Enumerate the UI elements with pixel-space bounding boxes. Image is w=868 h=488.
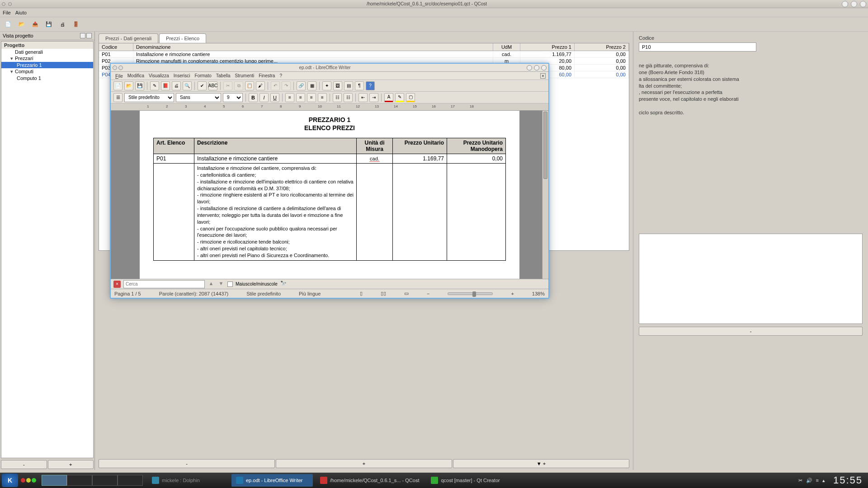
exit-icon[interactable]: 🚪: [71, 19, 81, 30]
lo-maximize-button[interactable]: [534, 65, 539, 70]
lo-styles-icon[interactable]: ☰: [113, 93, 123, 102]
pager-desktop-4[interactable]: [118, 475, 143, 486]
lo-page[interactable]: PREZZARIO 1 ELENCO PREZZI Art. Elenco De…: [140, 111, 519, 279]
tree-item-computi[interactable]: ▾Computi: [1, 68, 93, 75]
lo-titlebar[interactable]: ep.odt - LibreOffice Writer: [111, 64, 548, 72]
td-desc-head[interactable]: Installazione e rimozione cantiere: [194, 154, 357, 164]
td-pum[interactable]: 0,00: [447, 154, 506, 164]
lo-menu-tabella[interactable]: Tabella: [216, 73, 231, 78]
lo-menu-file[interactable]: File: [115, 73, 123, 79]
kde-start-button[interactable]: K: [2, 474, 18, 487]
pager-desktop-1[interactable]: [42, 475, 67, 486]
lo-autocheck-icon[interactable]: ABC: [208, 81, 217, 90]
window-close-button[interactable]: [860, 1, 866, 7]
lo-view-multi-icon[interactable]: ▯▯: [381, 291, 386, 296]
td-desc-body[interactable]: Installazione e rimozione del cantiere, …: [194, 164, 357, 261]
tree-root[interactable]: Progetto: [1, 42, 93, 49]
lo-find-all-icon[interactable]: 🔭: [280, 281, 288, 288]
tray-clipboard-icon[interactable]: ✂: [798, 478, 802, 483]
window-minimize-button[interactable]: [842, 1, 848, 7]
lo-style-select[interactable]: Stile predefinito: [124, 93, 174, 102]
lo-bold-icon[interactable]: B: [249, 93, 258, 102]
lo-spellcheck-icon[interactable]: ✔: [198, 81, 207, 90]
print-icon[interactable]: 🖨: [57, 19, 68, 30]
lo-align-right-icon[interactable]: ≡: [307, 93, 316, 102]
lo-view-book-icon[interactable]: ▭: [404, 291, 409, 296]
lo-find-close-button[interactable]: ×: [113, 281, 121, 288]
lo-close-doc-button[interactable]: ×: [540, 73, 546, 79]
lo-copy-icon[interactable]: ⧉: [234, 81, 243, 90]
lo-status-page[interactable]: Pagina 1 / 5: [114, 291, 141, 296]
lo-align-center-icon[interactable]: ≡: [296, 93, 305, 102]
td-art-empty[interactable]: [154, 164, 194, 261]
menu-file[interactable]: File: [3, 10, 11, 15]
lo-preview-icon[interactable]: 🔍: [183, 81, 192, 90]
lo-help-icon[interactable]: ?: [366, 81, 375, 90]
lo-font-select[interactable]: Sans: [176, 93, 221, 102]
td-udm[interactable]: cad.: [357, 154, 393, 164]
lo-menu-finestra[interactable]: Finestra: [259, 73, 275, 78]
lo-edit-icon[interactable]: ✎: [150, 81, 159, 90]
tray-network-icon[interactable]: ≡: [816, 478, 819, 483]
lo-undo-icon[interactable]: ↶: [271, 81, 280, 90]
lo-menu-strumenti[interactable]: Strumenti: [235, 73, 254, 78]
sidebar-float-icon[interactable]: [80, 33, 85, 38]
doc-table[interactable]: Art. Elenco Descrizione Unità di Misura …: [153, 138, 506, 261]
lo-find-case-checkbox[interactable]: [227, 282, 233, 287]
sidebar-remove-button[interactable]: -: [1, 460, 47, 469]
taskbar-task-qcost[interactable]: /home/mickele/QCost_0.6.1_s... - QCost: [316, 474, 424, 487]
lo-minimize-button[interactable]: [527, 65, 532, 70]
lo-status-lang[interactable]: Più lingue: [299, 291, 321, 296]
center-add-button[interactable]: +: [276, 459, 452, 468]
lo-vertical-scrollbar[interactable]: [542, 111, 548, 279]
project-tree[interactable]: Progetto Dati generali ▾Prezzari Prezzar…: [1, 41, 94, 458]
lo-highlight-icon[interactable]: ✎: [395, 93, 404, 102]
lo-save-icon[interactable]: 💾: [135, 81, 144, 90]
lo-cut-icon[interactable]: ✂: [223, 81, 232, 90]
window-menu-icon[interactable]: [2, 2, 5, 6]
lo-gallery-icon[interactable]: 🖼: [333, 81, 342, 90]
lo-table-icon[interactable]: ▦: [307, 81, 316, 90]
taskbar-task-dolphin[interactable]: mickele : Dolphin: [147, 474, 229, 487]
tray-expand-icon[interactable]: ▴: [822, 478, 825, 483]
lo-menu-help[interactable]: ?: [279, 73, 282, 78]
activity-dot-red-icon[interactable]: [21, 478, 25, 483]
lo-datasource-icon[interactable]: ▤: [344, 81, 353, 90]
window-maximize-button[interactable]: [851, 1, 857, 7]
lo-size-select[interactable]: 9: [223, 93, 243, 102]
lo-font-color-icon[interactable]: A: [384, 93, 393, 102]
center-add-child-button[interactable]: ▼ +: [453, 459, 629, 468]
sidebar-close-icon[interactable]: [86, 33, 92, 38]
lo-zoom-out-icon[interactable]: −: [427, 291, 429, 296]
lo-find-next-icon[interactable]: ▼: [217, 281, 225, 288]
lo-status-style[interactable]: Stile predefinito: [246, 291, 281, 296]
system-tray[interactable]: ✂ 🔊 ≡ ▴: [795, 478, 829, 483]
lo-window-menu-icon[interactable]: [113, 66, 117, 70]
activity-dot-yellow-icon[interactable]: [26, 478, 31, 483]
lo-indent-dec-icon[interactable]: ⇤: [359, 93, 368, 102]
td-art[interactable]: P01: [154, 154, 194, 164]
lo-hyperlink-icon[interactable]: 🔗: [297, 81, 306, 90]
grid-header-codice[interactable]: Codice: [99, 43, 133, 51]
tree-item-computo-1[interactable]: Computo 1: [1, 75, 93, 81]
save-icon[interactable]: 💾: [43, 19, 54, 30]
lo-status-words[interactable]: Parole (caratteri): 2087 (14437): [159, 291, 228, 296]
lo-list-num-icon[interactable]: ☷: [333, 93, 342, 102]
lo-bgcolor-icon[interactable]: ▢: [406, 93, 415, 102]
td-pu[interactable]: 1.169,77: [393, 154, 447, 164]
lo-align-justify-icon[interactable]: ≡: [318, 93, 327, 102]
lo-print-icon[interactable]: 🖨: [172, 81, 181, 90]
sidebar-add-button[interactable]: +: [48, 460, 94, 469]
grid-header-prezzo2[interactable]: Prezzo 2: [575, 43, 629, 51]
lo-menu-formato[interactable]: Formato: [195, 73, 212, 78]
export-icon[interactable]: 📤: [30, 19, 41, 30]
activity-dot-green-icon[interactable]: [32, 478, 36, 483]
window-sticky-icon[interactable]: [8, 2, 12, 6]
grid-header-udm[interactable]: UdM: [493, 43, 520, 51]
lo-zoom-in-icon[interactable]: +: [511, 291, 514, 296]
new-file-icon[interactable]: 📄: [3, 19, 14, 30]
tree-item-prezzari[interactable]: ▾Prezzari: [1, 55, 93, 62]
lo-close-button[interactable]: [541, 65, 547, 70]
lo-menu-inserisci[interactable]: Inserisci: [174, 73, 190, 78]
lo-document-viewport[interactable]: PREZZARIO 1 ELENCO PREZZI Art. Elenco De…: [111, 111, 548, 279]
